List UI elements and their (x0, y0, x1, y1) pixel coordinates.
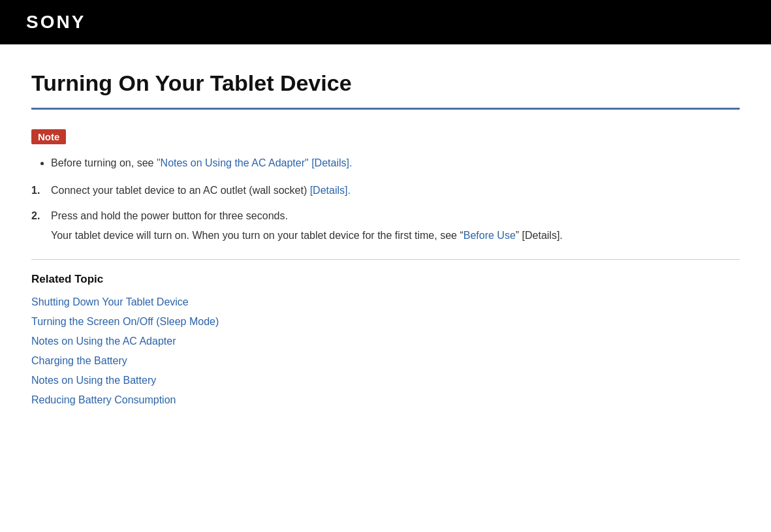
related-link-screen-onoff[interactable]: Turning the Screen On/Off (Sleep Mode) (31, 316, 219, 327)
step-2-sub: Your tablet device will turn on. When yo… (51, 227, 740, 244)
related-link-item-5: Notes on Using the Battery (31, 375, 740, 386)
related-link-shutting-down[interactable]: Shutting Down Your Tablet Device (31, 296, 189, 307)
main-content: Turning On Your Tablet Device Note Befor… (0, 44, 771, 440)
step-1-link[interactable]: [Details]. (310, 185, 351, 196)
title-divider (31, 108, 740, 110)
ac-adapter-link[interactable]: "Notes on Using the AC Adapter" [Details… (157, 157, 353, 168)
step-1-text: Connect your tablet device to an AC outl… (51, 185, 310, 196)
related-link-ac-adapter[interactable]: Notes on Using the AC Adapter (31, 336, 176, 347)
before-note-text: Before turning on, see (51, 157, 157, 168)
related-link-reducing-battery[interactable]: Reducing Battery Consumption (31, 394, 176, 405)
step-2-number: 2. (31, 208, 51, 225)
related-link-item-1: Shutting Down Your Tablet Device (31, 296, 740, 308)
step-2-content: Press and hold the power button for thre… (51, 208, 740, 243)
step-2: 2. Press and hold the power button for t… (31, 208, 740, 243)
related-link-item-6: Reducing Battery Consumption (31, 394, 740, 406)
step-2-text: Press and hold the power button for thre… (51, 210, 288, 221)
page-title: Turning On Your Tablet Device (31, 70, 740, 96)
note-bullet-list: Before turning on, see "Notes on Using t… (31, 155, 740, 172)
site-header: SONY (0, 0, 771, 44)
step-1-content: Connect your tablet device to an AC outl… (51, 182, 740, 199)
steps-list: 1. Connect your tablet device to an AC o… (31, 182, 740, 244)
step-1: 1. Connect your tablet device to an AC o… (31, 182, 740, 199)
step-2-sub-text: Your tablet device will turn on. When yo… (51, 230, 464, 241)
related-link-item-2: Turning the Screen On/Off (Sleep Mode) (31, 316, 740, 328)
note-bullet-item: Before turning on, see "Notes on Using t… (51, 155, 740, 172)
sony-logo: SONY (26, 12, 86, 33)
related-link-notes-battery[interactable]: Notes on Using the Battery (31, 375, 156, 386)
step-2-sub-after: ” [Details]. (516, 230, 563, 241)
step-1-number: 1. (31, 182, 51, 199)
related-link-item-4: Charging the Battery (31, 355, 740, 367)
related-topic-title: Related Topic (31, 273, 740, 286)
related-link-item-3: Notes on Using the AC Adapter (31, 336, 740, 347)
related-link-charging-battery[interactable]: Charging the Battery (31, 355, 127, 366)
before-use-link[interactable]: Before Use (464, 230, 516, 241)
note-badge: Note (31, 129, 66, 144)
related-topic-section: Related Topic Shutting Down Your Tablet … (31, 259, 740, 406)
related-links-list: Shutting Down Your Tablet Device Turning… (31, 296, 740, 406)
